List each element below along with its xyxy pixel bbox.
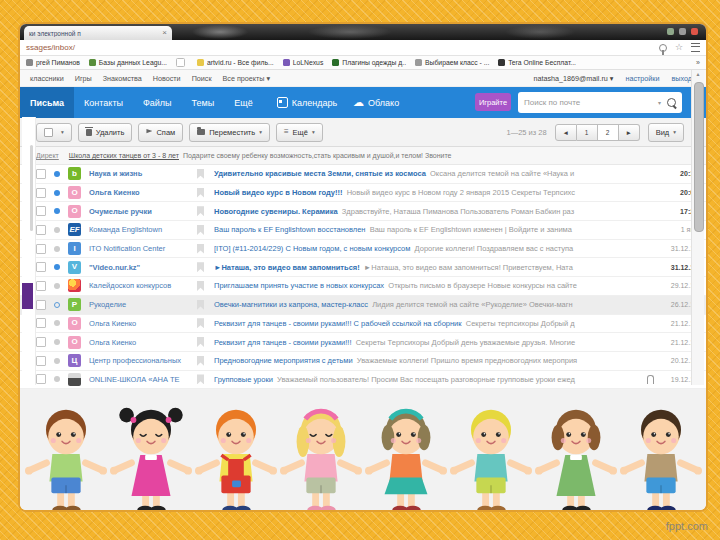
more-button[interactable]: ≡Ещё▾ <box>276 123 323 142</box>
email-row[interactable]: PРукоделиеОвечки-магнитики из капрона, м… <box>20 296 706 315</box>
bookmark-item[interactable]: Базы данных Leagu... <box>89 59 167 66</box>
email-row[interactable]: ЦЦентр профессиональныхПредновогодние ме… <box>20 352 706 371</box>
page-2-button[interactable]: 2 <box>598 124 619 141</box>
play-button[interactable]: Играйте <box>475 93 511 111</box>
email-subject[interactable]: Реквизит для танцев - своими руками!!! С… <box>214 319 462 328</box>
account-menu[interactable]: natasha_1869@mail.ru ▾ <box>533 74 613 83</box>
bookmark-item[interactable] <box>176 58 188 67</box>
flag-icon[interactable] <box>197 318 204 328</box>
flag-icon[interactable] <box>197 262 204 272</box>
portal-link-1[interactable]: Игры <box>75 74 92 83</box>
key-icon[interactable] <box>659 44 667 52</box>
flag-icon[interactable] <box>197 244 204 254</box>
browser-menu-icon[interactable] <box>691 43 700 52</box>
prev-page-button[interactable]: ◄ <box>555 124 577 141</box>
scrollbar-thumb[interactable] <box>694 82 704 232</box>
email-checkbox[interactable] <box>36 262 46 272</box>
browser-tab[interactable]: ки электронной п × <box>24 26 172 40</box>
mail-tab-темы[interactable]: Темы <box>182 87 225 118</box>
email-subject[interactable]: Новый видео курс в Новом году!!! <box>214 188 343 197</box>
mail-tab-контакты[interactable]: Контакты <box>74 87 133 118</box>
delete-button[interactable]: Удалить <box>78 123 133 142</box>
email-subject[interactable]: Удивительно красивые места Земли, снятые… <box>214 169 426 178</box>
select-all-button[interactable]: ▾ <box>36 123 72 142</box>
email-checkbox[interactable] <box>36 337 46 347</box>
bookmark-item[interactable]: Tera Online Бесплат... <box>498 59 576 66</box>
search-icon[interactable] <box>667 98 676 107</box>
mail-tab-файлы[interactable]: Файлы <box>133 87 182 118</box>
email-checkbox[interactable] <box>36 206 46 216</box>
email-subject[interactable]: Приглашаем принять участие в новых конку… <box>214 281 384 290</box>
read-status-icon[interactable] <box>54 302 60 308</box>
flag-icon[interactable] <box>197 300 204 310</box>
email-subject[interactable]: Ваш пароль к EF Englishtown восстановлен <box>214 225 366 234</box>
ad-link[interactable]: Школа детских танцев от 3 - 8 лет <box>69 152 179 159</box>
email-row[interactable]: OОльга КиенкоНовый видео курс в Новом го… <box>20 184 706 203</box>
portal-link-4[interactable]: Поиск <box>192 74 212 83</box>
email-checkbox[interactable] <box>36 356 46 366</box>
bookmark-item[interactable]: Плагины одежды д.. <box>332 59 406 66</box>
flag-icon[interactable] <box>197 169 204 179</box>
sidebar-scrollbar[interactable] <box>30 145 33 231</box>
tab-close-icon[interactable]: × <box>162 29 167 37</box>
mail-tab-ещё[interactable]: Ещё <box>224 87 262 118</box>
spam-button[interactable]: Спам <box>138 123 183 142</box>
email-row[interactable]: OОчумелые ручкиНовогодние сувениры. Кера… <box>20 202 706 221</box>
email-row[interactable]: V"Video.nur.kz"►Наташа, это видео вам за… <box>20 258 706 277</box>
email-checkbox[interactable] <box>36 300 46 310</box>
flag-icon[interactable] <box>197 281 204 291</box>
view-button[interactable]: Вид▾ <box>648 123 684 142</box>
read-status-icon[interactable] <box>54 171 60 177</box>
read-status-icon[interactable] <box>54 208 60 214</box>
email-subject[interactable]: Предновогодние мероприятия с детьми <box>214 356 353 365</box>
email-subject[interactable]: Реквизит для танцев - своими руками!!! <box>214 338 352 347</box>
next-page-button[interactable]: ► <box>619 124 640 141</box>
bookmark-item[interactable]: Выбираем класс - ... <box>415 59 489 66</box>
address-input[interactable]: ssages/inbox/ <box>26 43 659 52</box>
page-1-button[interactable]: 1 <box>577 124 598 141</box>
email-row[interactable]: OОльга КиенкоРеквизит для танцев - своим… <box>20 333 706 352</box>
bookmarks-overflow-icon[interactable]: » <box>696 59 700 66</box>
portal-link-3[interactable]: Новости <box>153 74 181 83</box>
email-checkbox[interactable] <box>36 374 46 384</box>
flag-icon[interactable] <box>197 206 204 216</box>
portal-link-2[interactable]: Знакомства <box>103 74 142 83</box>
read-status-icon[interactable] <box>54 283 60 289</box>
email-subject[interactable]: [ITO] (#11-2014/229) С Новым годом, с но… <box>214 244 410 253</box>
bookmark-item[interactable]: ргей Пиманов <box>26 59 80 66</box>
email-row[interactable]: Калейдоскоп конкурсовПриглашаем принять … <box>20 277 706 296</box>
email-checkbox[interactable] <box>36 188 46 198</box>
email-checkbox[interactable] <box>36 169 46 179</box>
bookmark-star-icon[interactable]: ☆ <box>675 43 683 52</box>
read-status-icon[interactable] <box>54 227 60 233</box>
read-status-icon[interactable] <box>54 264 60 270</box>
flag-icon[interactable] <box>197 356 204 366</box>
email-subject[interactable]: ►Наташа, это видео вам запомниться! <box>214 263 360 272</box>
email-row[interactable]: IITO Notification Center[ITO] (#11-2014/… <box>20 240 706 259</box>
email-row[interactable]: EFКоманда EnglishtownВаш пароль к EF Eng… <box>20 221 706 240</box>
ad-label[interactable]: Директ <box>36 152 59 159</box>
close-icon[interactable] <box>691 28 698 35</box>
mail-tab-письма[interactable]: Письма <box>20 87 74 118</box>
email-subject[interactable]: Групповые уроки <box>214 375 273 384</box>
bookmark-item[interactable]: LoLNexus <box>283 59 324 66</box>
flag-icon[interactable] <box>197 374 204 384</box>
email-row[interactable]: ONLINE-ШКОЛА «АНА ТЕГрупповые уроки Уваж… <box>20 371 706 390</box>
portal-link-5[interactable]: Все проекты ▾ <box>223 74 271 83</box>
move-button[interactable]: Переместить▾ <box>189 123 270 142</box>
read-status-icon[interactable] <box>54 358 60 364</box>
email-subject[interactable]: Новогодние сувениры. Керамика <box>214 207 338 216</box>
read-status-icon[interactable] <box>54 246 60 252</box>
calendar-link[interactable]: Календарь <box>277 97 337 108</box>
flag-icon[interactable] <box>197 188 204 198</box>
bookmark-item[interactable]: artvid.ru - Все филь... <box>197 59 274 66</box>
email-checkbox[interactable] <box>36 281 46 291</box>
scroll-up-icon[interactable]: ▲ <box>692 71 704 77</box>
flag-icon[interactable] <box>197 337 204 347</box>
email-row[interactable]: OОльга КиенкоРеквизит для танцев - своим… <box>20 315 706 334</box>
email-checkbox[interactable] <box>36 225 46 235</box>
flag-icon[interactable] <box>197 225 204 235</box>
minimize-icon[interactable] <box>667 28 674 35</box>
read-status-icon[interactable] <box>54 376 60 382</box>
read-status-icon[interactable] <box>54 320 60 326</box>
